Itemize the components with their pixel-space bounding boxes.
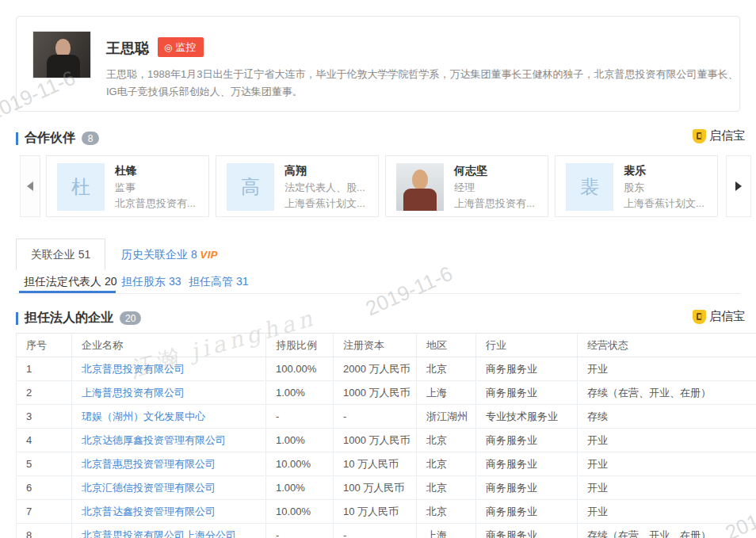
cell-status: 存续（在营、开业、在册） (578, 381, 756, 405)
cell-region: 上海 (417, 524, 476, 538)
table-row: 6 北京汇德信投资管理有限公司 1.00% 100 万人民币 北京 商务服务业 … (17, 476, 756, 500)
cell-company: 北京汇德信投资管理有限公司 (72, 476, 266, 500)
table-row: 7 北京普达鑫投资管理有限公司 10.00% 10 万人民币 北京 商务服务业 … (17, 500, 756, 524)
title-accent-bar (16, 132, 18, 145)
cell-index: 4 (17, 429, 72, 452)
partner-role: 监事 (115, 181, 136, 195)
partner-role: 经理 (454, 181, 475, 195)
cell-share-ratio: - (266, 524, 334, 538)
cell-index: 8 (17, 524, 72, 538)
monitor-label: 监控 (175, 40, 196, 55)
avatar-head-shape (412, 170, 428, 189)
table-row: 2 上海普思投资有限公司 1.00% 1000 万人民币 上海 商务服务业 存续… (17, 381, 756, 405)
cell-region: 北京 (417, 476, 476, 500)
subtab-legal-representative[interactable]: 担任法定代表人 20 (24, 275, 116, 289)
cell-industry: 商务服务业 (476, 524, 578, 538)
cell-status: 开业 (578, 500, 756, 524)
watermark-date: 2019-11-6 (362, 261, 456, 322)
cell-status: 存续 (578, 405, 756, 429)
table-row: 1 北京普思投资有限公司 100.00% 2000 万人民币 北京 商务服务业 … (17, 357, 756, 381)
partner-card[interactable]: 高 高翔 法定代表人、股... 上海香蕉计划文... (216, 155, 379, 217)
col-status: 经营状态 (578, 334, 756, 357)
cell-status: 开业 (578, 357, 756, 381)
cell-share-ratio: 1.00% (266, 476, 334, 500)
cell-company: 珺娱（湖州）文化发展中心 (72, 405, 266, 429)
partner-role: 法定代表人、股... (284, 181, 365, 195)
person-description: 王思聪，1988年1月3日出生于辽宁省大连市，毕业于伦敦大学学院哲学系，万达集团… (106, 66, 740, 101)
table-row: 8 北京普思投资有限公司上海分公司 - - 上海 商务服务业 存续（在营、开业、… (17, 524, 756, 538)
company-link[interactable]: 北京达德厚鑫投资管理有限公司 (82, 434, 226, 446)
brand-name: 启信宝 (709, 309, 745, 324)
monitor-button[interactable]: ◎ 监控 (158, 37, 204, 57)
col-share-ratio: 持股比例 (266, 334, 334, 357)
carousel-prev-button[interactable] (20, 155, 40, 217)
cell-industry: 商务服务业 (476, 452, 578, 476)
cell-industry: 商务服务业 (476, 429, 578, 452)
cell-share-ratio: 1.00% (266, 429, 334, 452)
brand-name: 启信宝 (709, 128, 745, 143)
tab-history-count: 8 (191, 248, 197, 261)
cell-capital: 1000 万人民币 (334, 381, 417, 405)
legal-person-companies-table: 序号 企业名称 持股比例 注册资本 地区 行业 经营状态 1 北京普思投资有限公… (16, 333, 756, 538)
cell-company: 北京达德厚鑫投资管理有限公司 (72, 429, 266, 452)
partner-card[interactable]: 杜 杜锋 监事 北京普思投资有... (46, 155, 209, 217)
partner-avatar: 高 (227, 163, 274, 211)
partner-name: 杜锋 (115, 164, 137, 178)
cell-industry: 商务服务业 (476, 381, 578, 405)
cell-index: 2 (17, 381, 72, 405)
tab-related-label: 关联企业 51 (31, 248, 90, 262)
chevron-right-icon (735, 181, 742, 191)
col-region: 地区 (417, 334, 476, 357)
title-accent-bar (16, 312, 18, 325)
cell-capital: - (334, 405, 417, 429)
partner-card[interactable]: 裴 裴乐 股东 上海香蕉计划文... (555, 155, 718, 217)
cell-capital: 100 万人民币 (334, 476, 417, 500)
cell-status: 开业 (578, 452, 756, 476)
avatar-torso-shape (403, 189, 437, 211)
partner-card[interactable]: 何志坚 经理 上海普思投资有... (385, 155, 548, 217)
company-link[interactable]: 北京普达鑫投资管理有限公司 (82, 506, 216, 517)
partner-company: 北京普思投资有... (115, 197, 196, 211)
partner-company: 上海普思投资有... (454, 197, 535, 211)
partner-name: 何志坚 (454, 164, 487, 178)
company-link[interactable]: 北京汇德信投资管理有限公司 (82, 482, 216, 494)
cell-capital: 1000 万人民币 (334, 429, 417, 452)
partner-name: 高翔 (284, 164, 307, 178)
partner-avatar: 杜 (57, 163, 105, 211)
cell-share-ratio: 100.00% (266, 357, 334, 381)
cell-industry: 商务服务业 (476, 357, 578, 381)
chevron-left-icon (27, 181, 33, 191)
company-link[interactable]: 北京普思投资有限公司上海分公司 (82, 529, 236, 538)
company-link[interactable]: 北京普惠思投资管理有限公司 (82, 458, 216, 470)
cell-capital: 2000 万人民币 (334, 357, 417, 381)
cell-company: 北京普思投资有限公司上海分公司 (72, 524, 266, 538)
subtab-shareholder[interactable]: 担任股东 33 (121, 275, 181, 289)
vip-badge: VIP (200, 249, 218, 261)
company-link[interactable]: 北京普思投资有限公司 (82, 363, 185, 375)
partner-name: 裴乐 (624, 164, 646, 178)
table-row: 5 北京普惠思投资管理有限公司 10.00% 10 万人民币 北京 商务服务业 … (17, 452, 756, 476)
cell-index: 6 (17, 476, 72, 500)
cell-region: 北京 (417, 357, 476, 381)
cell-share-ratio: - (266, 405, 334, 429)
profile-photo (32, 31, 91, 78)
cell-industry: 商务服务业 (476, 476, 578, 500)
tab-related-companies[interactable]: 关联企业 51 (16, 238, 105, 270)
brand-shield-icon (693, 310, 706, 324)
tab-history-companies[interactable]: 历史关联企业 8 VIP (121, 248, 218, 262)
table-row: 4 北京达德厚鑫投资管理有限公司 1.00% 1000 万人民币 北京 商务服务… (17, 429, 756, 452)
cell-region: 北京 (417, 452, 476, 476)
company-link[interactable]: 上海普思投资有限公司 (82, 387, 185, 399)
subtab-executive[interactable]: 担任高管 31 (189, 275, 248, 289)
cell-share-ratio: 1.00% (266, 381, 334, 405)
col-index: 序号 (17, 334, 72, 357)
partners-title-text: 合作伙伴 (25, 130, 75, 147)
brand-logo: 启信宝 (693, 128, 745, 143)
brand-logo: 启信宝 (693, 309, 745, 324)
partner-company: 上海香蕉计划文... (284, 197, 365, 211)
cell-index: 1 (17, 357, 72, 381)
cell-region: 北京 (417, 500, 476, 524)
cell-share-ratio: 10.00% (266, 452, 334, 476)
carousel-next-button[interactable] (726, 155, 751, 217)
company-link[interactable]: 珺娱（湖州）文化发展中心 (82, 410, 205, 422)
